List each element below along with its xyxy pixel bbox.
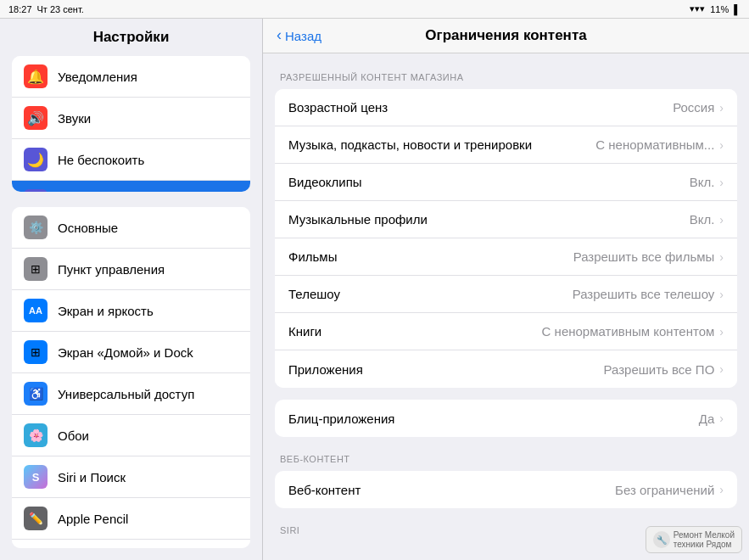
row-videoclips[interactable]: Видеоклипы Вкл. ›	[275, 164, 737, 201]
sidebar-item-screentime[interactable]: ⏳ Экранное время	[12, 181, 250, 192]
row-music[interactable]: Музыка, подкасты, новости и тренировки С…	[275, 126, 737, 164]
sidebar-item-homescreen[interactable]: ⊞ Экран «Домой» и Dock	[12, 332, 250, 373]
musicprofiles-label: Музыкальные профили	[288, 212, 690, 227]
back-label: Назад	[285, 29, 321, 43]
web-chevron: ›	[719, 483, 724, 496]
sidebar-item-wallpaper[interactable]: 🌸 Обои	[12, 415, 250, 456]
siri-label: Siri и Поиск	[58, 470, 126, 484]
sidebar-title: Настройки	[93, 29, 170, 45]
back-chevron-icon: ‹	[277, 26, 282, 44]
sidebar-item-display[interactable]: AA Экран и яркость	[12, 290, 250, 332]
tvshows-label: Телешоу	[288, 287, 573, 301]
quicklaunch-label: Блиц-приложения	[288, 412, 699, 426]
wifi-icon: ▾▾▾	[690, 3, 705, 14]
apps-label: Приложения	[288, 362, 604, 377]
status-day: Чт 23 сент.	[37, 4, 84, 14]
agerating-value: Россия	[673, 100, 714, 115]
sidebar-group-1: 🔔 Уведомления 🔊 Звуки 🌙 Не беспокоить ⏳ …	[12, 56, 250, 192]
sidebar: Настройки 🔔 Уведомления 🔊 Звуки 🌙 Не бес…	[0, 19, 263, 560]
status-bar: 18:27 Чт 23 сент. ▾▾▾ 11% ▌	[0, 0, 749, 19]
donotdisturb-label: Не беспокоить	[58, 153, 144, 167]
section-header-store: РАЗРЕШЕННЫЙ КОНТЕНТ МАГАЗИНА	[263, 67, 749, 86]
music-label: Музыка, подкасты, новости и тренировки	[288, 137, 595, 152]
content-header: ‹ Назад Ограничения контента	[263, 19, 749, 53]
sidebar-item-notifications[interactable]: 🔔 Уведомления	[12, 56, 250, 98]
movies-chevron: ›	[719, 250, 724, 264]
row-tvshows[interactable]: Телешоу Разрешить все телешоу ›	[275, 276, 737, 313]
general-icon: ⚙️	[24, 216, 48, 239]
web-value: Без ограничений	[615, 483, 714, 497]
watermark-text: Ремонт Мелкой техники Рядом	[674, 530, 735, 549]
sidebar-item-siri[interactable]: S Siri и Поиск	[12, 456, 250, 498]
controlcenter-icon: ⊞	[24, 257, 48, 281]
sidebar-item-donotdisturb[interactable]: 🌙 Не беспокоить	[12, 139, 250, 181]
content-area: ‹ Назад Ограничения контента РАЗРЕШЕННЫЙ…	[263, 19, 749, 560]
display-label: Экран и яркость	[58, 304, 154, 318]
display-icon: AA	[24, 299, 48, 322]
controlcenter-label: Пункт управления	[58, 262, 165, 277]
sidebar-group-2: ⚙️ Основные ⊞ Пункт управления AA Экран …	[12, 207, 250, 548]
battery-icon: ▌	[734, 4, 741, 14]
homescreen-icon: ⊞	[24, 340, 48, 364]
back-button[interactable]: ‹ Назад	[277, 27, 321, 44]
battery-level: 11%	[710, 4, 729, 14]
videoclips-label: Видеоклипы	[288, 175, 690, 189]
general-label: Основные	[58, 221, 118, 235]
agerating-label: Возрастной ценз	[288, 100, 673, 115]
row-apps[interactable]: Приложения Разрешить все ПО ›	[275, 350, 737, 388]
notifications-label: Уведомления	[58, 70, 137, 84]
tvshows-chevron: ›	[719, 288, 724, 301]
applepencil-label: Apple Pencil	[58, 512, 128, 526]
row-books[interactable]: Книги С ненормативным контентом ›	[275, 313, 737, 350]
settings-group-webcontent: Веб-контент Без ограничений ›	[275, 471, 737, 508]
section-header-webcontent: ВЕБ-КОНТЕНТ	[263, 449, 749, 468]
notifications-icon: 🔔	[24, 64, 48, 88]
wallpaper-label: Обои	[58, 428, 89, 443]
sidebar-item-applepencil[interactable]: ✏️ Apple Pencil	[12, 498, 250, 540]
apps-chevron: ›	[719, 362, 724, 376]
books-value: С ненормативным контентом	[542, 324, 715, 339]
apps-value: Разрешить все ПО	[604, 362, 715, 377]
sidebar-item-sounds[interactable]: 🔊 Звуки	[12, 98, 250, 139]
watermark: 🔧 Ремонт Мелкой техники Рядом	[646, 526, 742, 553]
content-body: РАЗРЕШЕННЫЙ КОНТЕНТ МАГАЗИНА Возрастной …	[263, 53, 749, 560]
agerating-chevron: ›	[719, 101, 724, 115]
screentime-icon: ⏳	[24, 189, 48, 192]
applepencil-icon: ✏️	[24, 507, 48, 530]
quicklaunch-value: Да	[699, 412, 715, 426]
sidebar-item-accessibility[interactable]: ♿ Универсальный доступ	[12, 373, 250, 415]
homescreen-label: Экран «Домой» и Dock	[58, 345, 193, 360]
sidebar-item-controlcenter[interactable]: ⊞ Пункт управления	[12, 249, 250, 290]
accessibility-label: Универсальный доступ	[58, 387, 194, 401]
row-movies[interactable]: Фильмы Разрешить все фильмы ›	[275, 238, 737, 276]
sidebar-item-general[interactable]: ⚙️ Основные	[12, 207, 250, 249]
sidebar-item-touchid[interactable]: 👆 Touch ID и код-пароль	[12, 540, 250, 548]
row-quicklaunch[interactable]: Блиц-приложения Да ›	[275, 400, 737, 437]
settings-group-store: Возрастной ценз Россия › Музыка, подкаст…	[275, 89, 737, 388]
movies-label: Фильмы	[288, 249, 573, 264]
sounds-label: Звуки	[58, 111, 91, 126]
sidebar-header: Настройки	[0, 19, 262, 53]
musicprofiles-value: Вкл.	[690, 212, 715, 227]
accessibility-icon: ♿	[24, 382, 48, 406]
musicprofiles-chevron: ›	[719, 213, 724, 227]
books-label: Книги	[288, 324, 542, 339]
tvshows-value: Разрешить все телешоу	[573, 287, 715, 301]
videoclips-chevron: ›	[719, 176, 724, 189]
status-time: 18:27	[8, 4, 32, 14]
wallpaper-icon: 🌸	[24, 423, 48, 447]
web-label: Веб-контент	[288, 483, 615, 497]
watermark-icon: 🔧	[653, 531, 670, 548]
row-agerating[interactable]: Возрастной ценз Россия ›	[275, 89, 737, 126]
videoclips-value: Вкл.	[690, 175, 715, 189]
sounds-icon: 🔊	[24, 106, 48, 130]
movies-value: Разрешить все фильмы	[573, 249, 715, 264]
music-chevron: ›	[719, 138, 724, 152]
main-layout: Настройки 🔔 Уведомления 🔊 Звуки 🌙 Не бес…	[0, 19, 749, 560]
settings-group-quicklaunch: Блиц-приложения Да ›	[275, 400, 737, 437]
quicklaunch-chevron: ›	[719, 412, 724, 425]
row-musicprofiles[interactable]: Музыкальные профили Вкл. ›	[275, 201, 737, 238]
books-chevron: ›	[719, 325, 724, 339]
row-web[interactable]: Веб-контент Без ограничений ›	[275, 471, 737, 508]
music-value: С ненормативным...	[595, 137, 714, 152]
